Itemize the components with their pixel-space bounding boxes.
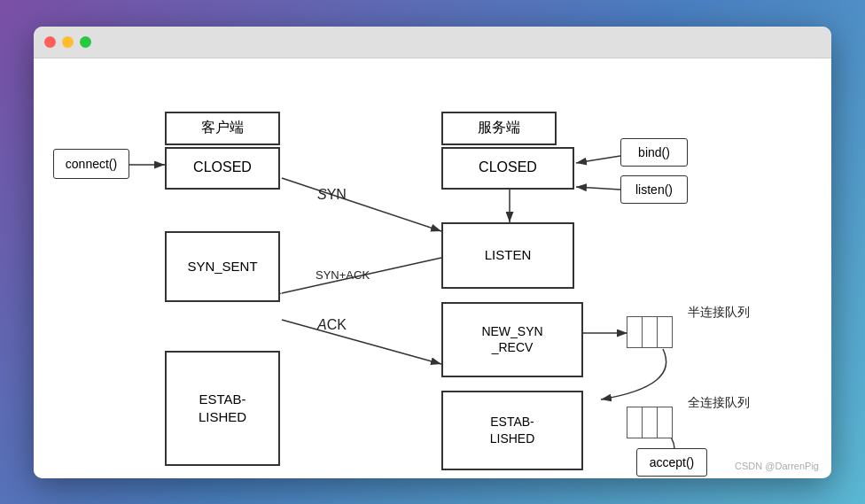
ack-label: ACK bbox=[317, 317, 347, 333]
server-header-box: 服务端 bbox=[441, 112, 557, 145]
listen-button-box: listen() bbox=[620, 175, 688, 204]
queue-cell-4 bbox=[627, 407, 643, 438]
connect-button-box: connect() bbox=[53, 149, 129, 179]
half-queue-label: 半连接队列 bbox=[688, 305, 750, 321]
close-dot bbox=[44, 36, 56, 48]
queue-cell-1 bbox=[627, 316, 643, 348]
bind-button-box: bind() bbox=[620, 138, 688, 167]
watermark: CSDN @DarrenPig bbox=[735, 461, 819, 471]
queue-cell-2 bbox=[642, 316, 658, 348]
arrows-svg bbox=[34, 58, 831, 478]
queue-cell-6 bbox=[657, 407, 673, 438]
full-queue-label: 全连接队列 bbox=[688, 395, 750, 411]
svg-line-5 bbox=[282, 320, 441, 364]
client-established-box: ESTAB-LISHED bbox=[165, 351, 280, 466]
server-established-box: ESTAB-LISHED bbox=[441, 391, 583, 470]
queue-cell-3 bbox=[657, 316, 673, 348]
half-queue-visual bbox=[627, 316, 673, 348]
titlebar bbox=[34, 27, 831, 58]
window: 客户端 服务端 CLOSED SYN_SENT ESTAB-LISHED CLO… bbox=[34, 27, 831, 478]
full-queue-visual bbox=[627, 407, 673, 438]
syn-label: SYN bbox=[317, 187, 347, 203]
client-syn-sent-box: SYN_SENT bbox=[165, 231, 280, 302]
accept-button-box: accept() bbox=[636, 448, 707, 477]
client-header-box: 客户端 bbox=[165, 112, 280, 145]
server-listen-box: LISTEN bbox=[441, 222, 574, 289]
server-new-syn-recv-box: NEW_SYN_RECV bbox=[441, 302, 583, 377]
syn-ack-label: SYN+ACK bbox=[316, 268, 370, 282]
svg-line-6 bbox=[576, 156, 620, 163]
svg-line-3 bbox=[282, 178, 441, 231]
maximize-dot bbox=[80, 36, 91, 48]
svg-line-7 bbox=[576, 187, 620, 190]
diagram-content: 客户端 服务端 CLOSED SYN_SENT ESTAB-LISHED CLO… bbox=[34, 58, 831, 478]
minimize-dot bbox=[62, 36, 74, 48]
queue-cell-5 bbox=[642, 407, 658, 438]
server-closed-box: CLOSED bbox=[441, 147, 574, 190]
client-closed-box: CLOSED bbox=[165, 147, 280, 190]
